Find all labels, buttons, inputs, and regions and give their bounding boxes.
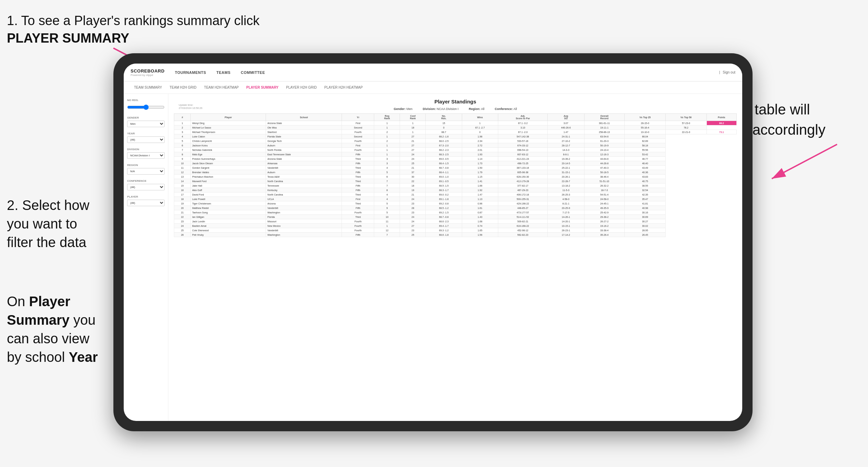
col-points: Points bbox=[706, 114, 736, 121]
filter-conference: Conference: All bbox=[495, 107, 517, 111]
table-container: Update time: 27/03/2024 16:56:26 Player … bbox=[174, 99, 737, 237]
arrow-3 bbox=[755, 137, 844, 192]
sidebar-player: Player (All) bbox=[127, 195, 165, 206]
table-row: 26Petr HrubyWashingtonFifth72568.6 -1.81… bbox=[174, 233, 737, 237]
sidebar-conference: Conference (All) bbox=[127, 179, 165, 190]
nav-committee[interactable]: COMMITTEE bbox=[241, 69, 265, 76]
col-school: School bbox=[266, 114, 342, 121]
no-rds-label: No Rds. bbox=[127, 99, 165, 102]
annotation-1-text: 1. To see a Player's rankings summary cl… bbox=[7, 13, 259, 28]
annotation-2-l2: you want to bbox=[7, 216, 77, 231]
nav-right: | Sign out bbox=[719, 70, 735, 74]
table-row: 3Michael ThorbjornsenStanfordFourth2188.… bbox=[174, 130, 737, 134]
table-row: 20Matthew RiedelVanderbiltFifth92868.5 -… bbox=[174, 206, 737, 210]
table-area: Update time: 27/03/2024 16:56:26 Player … bbox=[168, 94, 742, 421]
table-row: 9Preston SummerhaysArizona StateThird324… bbox=[174, 157, 737, 161]
table-row: 6Jackson KoivuAuburnFirst12767.3 -2.02.7… bbox=[174, 143, 737, 148]
gender-select[interactable]: Men bbox=[127, 121, 165, 127]
division-label: Division bbox=[127, 148, 165, 151]
filter-row: Gender: Men Division: NCAA Division I Re… bbox=[174, 107, 737, 111]
table-row: 24Bastien AmatNew MexicoFourth12769.4 -1… bbox=[174, 224, 737, 228]
col-adj-score: Adj.Score to Par bbox=[498, 114, 547, 121]
subnav-team-h2h-heatmap[interactable]: TEAM H2H HEATMAP bbox=[201, 84, 242, 91]
table-row: 11Gordon SargentVanderbiltThird42168.7 -… bbox=[174, 166, 737, 170]
region-select[interactable]: N/A bbox=[127, 168, 165, 175]
table-row: 12Brendan ValdesAuburnFifth53768.4 -1.11… bbox=[174, 170, 737, 175]
region-label: Region bbox=[127, 164, 165, 167]
table-row: 8Mats EgeEast Tennessee StateFifth12468.… bbox=[174, 152, 737, 157]
sidebar-year: Year (All) bbox=[127, 132, 165, 143]
col-yr: Yr bbox=[342, 114, 374, 121]
filter-gender: Gender: Men bbox=[394, 107, 413, 111]
sidebar-gender: Gender Men bbox=[127, 116, 165, 127]
year-select[interactable]: (All) bbox=[127, 136, 165, 143]
table-row: 5Christo LamprechtGeorgia TechFourth2216… bbox=[174, 139, 737, 143]
subnav-team-summary[interactable]: TEAM SUMMARY bbox=[131, 84, 166, 91]
player-label: Player bbox=[127, 195, 165, 198]
conference-select[interactable]: (All) bbox=[127, 184, 165, 190]
table-row: 17David FordNorth CarolinaThird42169.0 -… bbox=[174, 192, 737, 197]
table-row: 18Luke PowellUCLAFirst42469.1 -1.81.1350… bbox=[174, 197, 737, 201]
col-vs-top50: Vs Top 50 bbox=[666, 114, 706, 121]
tablet-screen: SCOREBOARD Powered by clippd TOURNAMENTS… bbox=[124, 64, 742, 421]
table-row: 13Phichakun MaichonTexas A&MThird63069.0… bbox=[174, 175, 737, 179]
app-nav: SCOREBOARD Powered by clippd TOURNAMENTS… bbox=[124, 64, 742, 81]
col-overall-record: OverallRecord bbox=[584, 114, 625, 121]
annotation-2-l3: filter the data bbox=[7, 235, 86, 250]
table-row: 14Maxwell FordNorth CarolinaThird72269.1… bbox=[174, 179, 737, 184]
sub-nav: TEAM SUMMARY TEAM H2H GRID TEAM H2H HEAT… bbox=[124, 81, 742, 94]
filter-region: Region: All bbox=[469, 107, 485, 111]
update-time: Update time: 27/03/2024 16:56:26 bbox=[179, 103, 202, 110]
table-row: 25Cole SherwoodVanderbiltFourth122369.3 … bbox=[174, 228, 737, 233]
conference-label: Conference bbox=[127, 179, 165, 182]
sidebar-division: Division NCAA Division I bbox=[127, 148, 165, 159]
col-avg-sg: AvgSG bbox=[548, 114, 584, 121]
app-logo: SCOREBOARD Powered by clippd bbox=[131, 68, 165, 77]
table-row: 1Wenyi DingArizona StateFirst1115167.1 -… bbox=[174, 121, 737, 125]
table-title: Player Standings bbox=[174, 99, 737, 104]
nav-items: TOURNAMENTS TEAMS COMMITTEE bbox=[175, 69, 719, 76]
table-row: 15Jake HallTennesseeFifth71868.5 -1.51.6… bbox=[174, 184, 737, 188]
col-reg-rank: RegRank bbox=[374, 114, 400, 121]
col-no-rds: No.Rds. bbox=[426, 114, 462, 121]
player-select[interactable]: (All) bbox=[127, 200, 165, 206]
subnav-player-h2h-grid[interactable]: PLAYER H2H GRID bbox=[283, 84, 320, 91]
logo-powered: Powered by clippd bbox=[131, 74, 165, 77]
table-row: 21Taehoon SongWashingtonFourth52369.2 -1… bbox=[174, 210, 737, 215]
col-vs-top25: Vs Top 25 bbox=[625, 114, 666, 121]
col-wins: Wins bbox=[462, 114, 498, 121]
sign-out-link[interactable]: Sign out bbox=[723, 70, 735, 74]
table-row: 23Jack LundinMissouriFourth112468.6 -2.3… bbox=[174, 219, 737, 224]
annotation-1: 1. To see a Player's rankings summary cl… bbox=[7, 12, 268, 47]
tablet-frame: SCOREBOARD Powered by clippd TOURNAMENTS… bbox=[113, 53, 753, 431]
table-row: 22Ian GilliganFloridaThird102468.7 -0.81… bbox=[174, 215, 737, 219]
nav-tournaments[interactable]: TOURNAMENTS bbox=[175, 69, 206, 76]
annotation-1-bold: PLAYER SUMMARY bbox=[7, 31, 129, 45]
subnav-player-summary[interactable]: PLAYER SUMMARY bbox=[243, 84, 282, 91]
nav-teams[interactable]: TEAMS bbox=[216, 69, 231, 76]
table-row: 2Michael Le SassoOle MissSecond118067.1 … bbox=[174, 125, 737, 130]
gender-label: Gender bbox=[127, 116, 165, 119]
col-conf-rank: ConfRank bbox=[400, 114, 426, 121]
table-row: 7Nicholas GabrelcikNorth FloridaFourth12… bbox=[174, 148, 737, 152]
table-row: 4Luke ClatonFlorida StateSecond12768.2 -… bbox=[174, 134, 737, 139]
ann-bottom-text: On PlayerSummary youcan also viewby scho… bbox=[7, 294, 98, 365]
table-row: 10Jacob Skov OlesenArkansasFifth32568.4 … bbox=[174, 161, 737, 166]
nav-pipe: | bbox=[719, 70, 720, 74]
no-rds-slider[interactable] bbox=[127, 104, 165, 110]
filter-division: Division: NCAA Division I bbox=[423, 107, 458, 111]
col-player: Player bbox=[191, 114, 266, 121]
sidebar-region: Region N/A bbox=[127, 164, 165, 175]
main-content: No Rds. Gender Men Year (All) Divisio bbox=[124, 94, 742, 421]
table-row: 19Tiger ChristensenArizonaThird52369.2 -… bbox=[174, 201, 737, 206]
col-rank: # bbox=[174, 114, 191, 121]
division-select[interactable]: NCAA Division I bbox=[127, 152, 165, 159]
sidebar-no-rds: No Rds. bbox=[127, 99, 165, 111]
table-row: 16Alex GoffKentuckyFifth81968.3 -1.71.92… bbox=[174, 188, 737, 192]
sidebar: No Rds. Gender Men Year (All) Divisio bbox=[124, 94, 168, 421]
logo-text: SCOREBOARD bbox=[131, 68, 165, 74]
annotation-2: 2. Select how you want to filter the dat… bbox=[7, 196, 124, 252]
subnav-player-h2h-heatmap[interactable]: PLAYER H2H HEATMAP bbox=[321, 84, 366, 91]
year-label: Year bbox=[127, 132, 165, 135]
subnav-team-h2h-grid[interactable]: TEAM H2H GRID bbox=[166, 84, 200, 91]
